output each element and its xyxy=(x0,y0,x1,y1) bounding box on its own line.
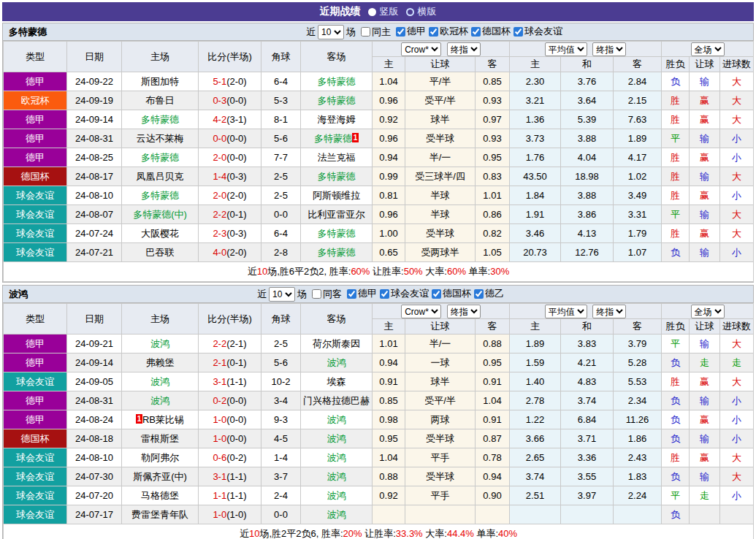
league-filter-checkbox[interactable]: 球会友谊 xyxy=(377,287,429,300)
league-checkbox-input[interactable] xyxy=(513,27,523,37)
home-team-cell: 多特蒙德 xyxy=(122,148,199,167)
fulltime-score: 3-1 xyxy=(213,376,226,387)
fulltime-score: 2-2 xyxy=(213,209,226,220)
bookmaker-select[interactable]: Crow* xyxy=(401,305,441,318)
league-checkbox-input[interactable] xyxy=(471,27,481,37)
away-handicap-odds-cell: 0.86 xyxy=(476,205,510,224)
handicap-result-cell: 赢 xyxy=(690,448,720,467)
sub-header-goals-result: 进球数 xyxy=(720,319,754,335)
league-checkbox-input[interactable] xyxy=(380,289,389,299)
away-team-name: 波鸿 xyxy=(327,433,346,444)
date-cell: 24-09-05 xyxy=(67,372,122,391)
summary-segment: 近 xyxy=(240,528,249,539)
scope-select[interactable]: 全场 xyxy=(691,42,725,56)
league-checkbox-label: 球会友谊 xyxy=(391,287,429,300)
goals-result-cell: 小 xyxy=(720,129,754,148)
final-odds-select[interactable]: 终指 xyxy=(447,305,481,318)
league-checkbox-input[interactable] xyxy=(432,289,441,299)
radio-selected-icon[interactable] xyxy=(368,8,376,16)
home-team-name: 波鸿 xyxy=(150,395,169,406)
final-odds-select[interactable]: 终指 xyxy=(592,305,626,318)
league-filter-checkbox[interactable]: 德甲 xyxy=(393,25,426,38)
handicap-result-cell xyxy=(690,505,720,524)
average-select[interactable]: 平均值 xyxy=(545,42,587,56)
col-header-type: 类型 xyxy=(4,42,67,72)
away-handicap-odds-cell: 1.04 xyxy=(476,391,510,410)
recent-matches-table: 类型 日期 主场 比分(半场) 角球 客场 Crow* 终指 平均值 终指 xyxy=(3,41,754,282)
same-venue-checkbox-input[interactable] xyxy=(361,27,370,37)
result-cell: 平 xyxy=(662,205,690,224)
col-header-home: 主场 xyxy=(122,42,199,72)
same-venue-checkbox-input[interactable] xyxy=(312,289,321,299)
away-team-cell: 波鸿 xyxy=(301,429,373,448)
bookmaker-select[interactable]: Crow* xyxy=(401,42,441,56)
league-filter-checkbox[interactable]: 球会友谊 xyxy=(511,25,562,38)
goals-result-cell: 大 xyxy=(720,335,754,353)
sub-header-handicap-result: 让球 xyxy=(690,319,720,335)
fulltime-score: 3-1 xyxy=(213,471,226,482)
match-row: 球会友谊24-08-10勒阿弗尔0-6(0-2)1-4波鸿1.04平手0.782… xyxy=(4,448,754,467)
handicap-cell: 受平/半 xyxy=(405,91,476,110)
avg-away-odds-cell: 2.34 xyxy=(614,391,662,410)
league-checkbox-input[interactable] xyxy=(347,289,356,299)
score-cell: 3-1(1-1) xyxy=(199,372,261,391)
score-cell: 2-1(0-1) xyxy=(199,353,261,372)
league-filter-group: 德甲欧冠杯德国杯球会友谊 xyxy=(393,25,562,39)
match-count-select[interactable]: 10 xyxy=(318,25,344,39)
goals-result-cell: 大 xyxy=(720,467,754,486)
handicap-cell: 受两球半 xyxy=(405,243,476,262)
home-handicap-odds-cell: 1.01 xyxy=(373,335,405,353)
result-cell: 负 xyxy=(662,505,690,524)
final-odds-select[interactable]: 终指 xyxy=(447,42,481,56)
league-filter-checkbox[interactable]: 德国杯 xyxy=(468,25,511,38)
sub-header-avg-draw: 和 xyxy=(561,319,614,335)
col-header-home: 主场 xyxy=(122,304,199,335)
halftime-score: (1-0) xyxy=(226,509,246,520)
league-checkbox-label: 德甲 xyxy=(407,25,426,38)
average-select[interactable]: 平均值 xyxy=(545,305,587,318)
away-team-name: 多特蒙德 xyxy=(318,76,356,87)
corner-cell: 4-5 xyxy=(261,429,301,448)
corner-cell: 2-4 xyxy=(261,486,301,505)
away-team-cell: 海登海姆 xyxy=(301,110,373,129)
away-team-name: 多特蒙德 xyxy=(318,247,356,258)
league-checkbox-input[interactable] xyxy=(474,289,484,299)
league-badge: 球会友谊 xyxy=(4,448,67,467)
league-filter-checkbox[interactable]: 欧冠杯 xyxy=(426,25,468,38)
away-team-name: 比利亚雷亚尔 xyxy=(308,209,365,220)
corner-cell: 8-1 xyxy=(261,110,301,129)
league-filter-checkbox[interactable]: 德国杯 xyxy=(429,287,471,300)
league-checkbox-input[interactable] xyxy=(396,27,405,37)
final-odds-select[interactable]: 终指 xyxy=(592,42,626,56)
league-checkbox-input[interactable] xyxy=(429,27,438,37)
vertical-layout-radio[interactable]: 竖版 xyxy=(368,5,399,18)
league-filter-checkbox[interactable]: 德甲 xyxy=(344,287,377,300)
handicap-cell: 受半球 xyxy=(405,224,476,243)
home-handicap-odds-cell: 0.94 xyxy=(373,353,405,372)
away-team-name: 波鸿 xyxy=(327,509,346,520)
league-checkbox-label: 球会友谊 xyxy=(524,25,562,38)
handicap-result-cell: 赢 xyxy=(690,224,720,243)
same-venue-checkbox[interactable]: 同客 xyxy=(309,288,342,301)
scope-select[interactable]: 全场 xyxy=(691,305,725,318)
goals-result-cell: 大 xyxy=(720,224,754,243)
league-checkbox-label: 德乙 xyxy=(485,287,504,300)
avg-home-odds-cell: 3.74 xyxy=(510,467,561,486)
league-filter-checkbox[interactable]: 德乙 xyxy=(471,287,504,300)
corner-cell: 2-5 xyxy=(261,186,301,205)
avg-draw-odds-cell: 3.36 xyxy=(561,448,614,467)
summary-segment: 场,胜2平2负6, 胜率: xyxy=(259,528,343,539)
home-team-name: 弗赖堡 xyxy=(146,357,175,368)
result-cell: 胜 xyxy=(662,372,690,391)
radio-unselected-icon[interactable] xyxy=(406,8,414,16)
same-venue-checkbox[interactable]: 同主 xyxy=(358,26,391,39)
away-handicap-odds-cell: 0.78 xyxy=(476,448,510,467)
horizontal-layout-radio[interactable]: 横版 xyxy=(406,5,437,18)
away-handicap-odds-cell: 0.87 xyxy=(476,429,510,448)
away-team-cell: 波鸿 xyxy=(301,505,373,524)
league-badge: 球会友谊 xyxy=(4,486,67,505)
fulltime-score: 2-2 xyxy=(213,338,226,349)
league-badge: 德甲 xyxy=(4,129,67,148)
league-badge: 球会友谊 xyxy=(4,186,67,205)
match-count-select[interactable]: 10 xyxy=(269,287,295,302)
